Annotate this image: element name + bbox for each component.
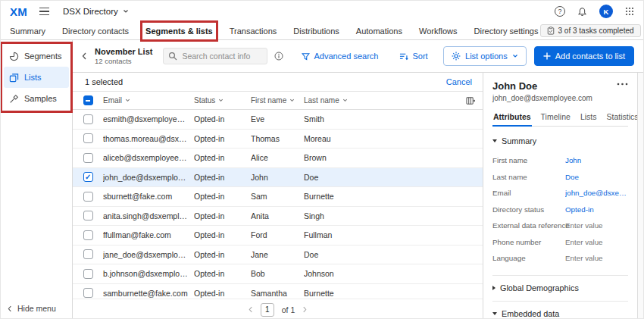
tab-workflows[interactable]: Workflows [417,24,459,38]
chevron-collapsed-icon [492,286,496,290]
cell-last-name: Burnette [304,289,483,298]
attribute-value[interactable]: john_doe@dsxem... [565,189,628,197]
more-options-icon[interactable] [617,80,628,86]
row-checkbox[interactable] [83,133,93,143]
cell-status: Opted-in [194,269,251,278]
table-row[interactable]: sburnett@fake.com Opted-in Sam Burnette [73,187,483,207]
hide-menu-button[interactable]: Hide menu [8,304,56,313]
cell-status: Opted-in [194,230,251,239]
detail-tabs: Attributes Timeline Lists Statistics [492,110,628,127]
selection-count: 1 selected [85,77,123,86]
previous-page-button[interactable] [249,306,253,313]
contact-detail-panel: John Doe john_doe@dsxemployee.com Attrib… [483,73,637,319]
tab-distributions[interactable]: Distributions [292,24,341,38]
table-row[interactable]: anita.singh@dsxemployee... Opted-in Anit… [73,207,483,227]
directory-selector[interactable]: DSX Directory [63,7,129,16]
user-avatar[interactable]: K [599,5,613,18]
tab-directory-contacts[interactable]: Directory contacts [61,24,130,38]
global-demographics-section-toggle[interactable]: Global Demographics [492,283,628,292]
tab-timeline[interactable]: Timeline [540,110,571,126]
row-checkbox[interactable] [83,230,93,240]
select-all-checkbox[interactable] [83,95,93,105]
column-header-status[interactable]: Status [194,96,251,105]
embedded-data-section-toggle[interactable]: Embedded data [492,309,628,318]
table-rows: esmith@dsxemployee.com Opted-in Eve Smit… [73,110,483,299]
sidebar-item-lists[interactable]: Lists [4,67,69,88]
advanced-search-button[interactable]: Advanced search [302,52,378,61]
gear-icon [452,52,461,61]
contact-email: john_doe@dsxemployee.com [492,94,628,102]
list-options-button[interactable]: List options [443,46,527,66]
row-checkbox[interactable] [83,288,93,298]
chevron-down-icon [512,53,518,59]
column-header-first-name[interactable]: First name [251,96,304,105]
attribute-row: Email john_doe@dsxem... [492,185,628,202]
attribute-value[interactable]: Enter value [565,254,628,262]
row-checkbox[interactable] [83,192,93,202]
tab-attributes[interactable]: Attributes [492,110,532,127]
info-icon[interactable] [274,52,283,61]
hamburger-menu-icon[interactable] [39,8,49,16]
table-row[interactable]: samburnette@fake.com Opted-in Samantha B… [73,284,483,299]
table-row[interactable]: b.johnson@dsxemployee.... Opted-in Bob J… [73,264,483,284]
summary-section-toggle[interactable]: Summary [492,136,628,145]
cell-status: Opted-in [194,114,251,124]
tab-transactions[interactable]: Transactions [228,24,279,38]
global-demographics-label: Global Demographics [500,283,579,292]
row-checkbox[interactable] [83,269,93,279]
tab-lists[interactable]: Lists [580,110,598,126]
row-checkbox[interactable] [83,114,93,124]
help-icon[interactable] [555,6,565,17]
sidebar: Segments Lists Samples Hide menu [1,40,73,319]
sidebar-item-segments[interactable]: Segments [4,45,69,67]
search-icon [168,52,177,61]
tab-automations[interactable]: Automations [355,24,404,38]
tasks-completed-badge[interactable]: 3 of 3 tasks completed [540,24,641,37]
row-checkbox[interactable] [83,211,93,220]
attribute-value[interactable]: John [565,156,628,164]
row-checkbox[interactable] [83,249,93,259]
sort-button[interactable]: Sort [399,52,427,61]
row-checkbox[interactable] [83,153,93,163]
cell-email: john_doe@dsxemployee.... [103,173,194,182]
column-header-email[interactable]: Email [103,96,194,105]
directory-name: DSX Directory [63,7,118,16]
cell-email: aliceb@dsxemployee.com [103,153,194,162]
scrollbar-track[interactable] [637,73,643,319]
tab-summary[interactable]: Summary [8,24,47,38]
attribute-value[interactable]: Opted-in [565,205,628,214]
table-row[interactable]: ffullman@fake.com Opted-in Ford Fullman [73,226,483,246]
manage-columns-button[interactable] [455,96,483,105]
tab-directory-settings[interactable]: Directory settings [473,24,540,38]
row-checkbox-checked[interactable] [83,172,93,182]
table-row[interactable]: esmith@dsxemployee.com Opted-in Eve Smit… [73,110,483,130]
pagination: 1 of 1 [73,299,483,319]
tab-segments-and-lists[interactable]: Segments & lists [144,24,214,38]
cell-first-name: Alice [251,153,304,162]
notifications-bell-icon[interactable] [577,7,587,17]
column-header-last-name[interactable]: Last name [304,96,455,105]
attribute-value[interactable]: Enter value [565,238,628,246]
attribute-value[interactable]: Doe [565,173,628,181]
cell-last-name: Brown [304,153,483,162]
tab-statistics[interactable]: Statistics [605,110,637,126]
current-page-indicator: 1 [261,303,274,317]
table-row[interactable]: thomas.moreau@dsxempl... Opted-in Thomas… [73,130,483,149]
manage-columns-icon [466,96,475,105]
table-row[interactable]: aliceb@dsxemployee.com Opted-in Alice Br… [73,149,483,168]
app-grid-icon[interactable] [625,7,634,16]
attribute-value[interactable]: Enter value [565,221,628,230]
sidebar-items-group: Segments Lists Samples [4,45,69,109]
cell-first-name: Bob [251,269,304,278]
sidebar-item-samples[interactable]: Samples [4,88,69,109]
search-input[interactable] [163,48,267,64]
list-info: November List 12 contacts [95,47,152,65]
back-button[interactable] [82,52,87,60]
lists-icon [9,73,19,83]
table-row[interactable]: jane_doe@dsxemployee.... Opted-in Jane D… [73,246,483,265]
next-page-button[interactable] [302,306,307,313]
hide-menu-label: Hide menu [17,304,56,313]
cancel-selection-link[interactable]: Cancel [446,77,472,86]
table-row-selected[interactable]: john_doe@dsxemployee.... Opted-in John D… [73,168,483,188]
add-contacts-button[interactable]: Add contacts to list [534,46,634,66]
